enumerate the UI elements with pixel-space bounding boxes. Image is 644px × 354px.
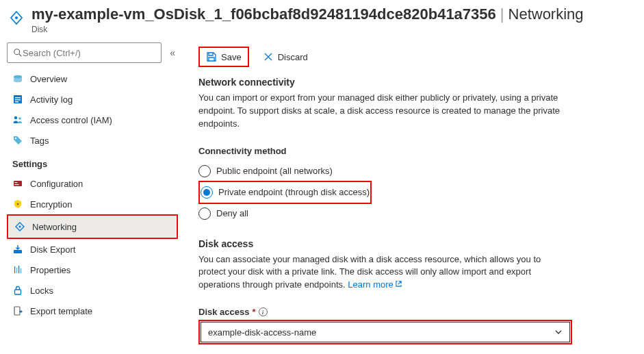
sidebar-item-locks[interactable]: Locks [7,280,178,301]
diskexport-icon [12,244,23,255]
page-title: my-example-vm_OsDisk_1_f06bcbaf8d9248119… [31,5,636,23]
svg-rect-13 [15,184,19,185]
sidebar-item-activity-log[interactable]: Activity log [7,89,178,110]
sidebar-item-configuration[interactable]: Configuration [7,173,178,194]
network-connectivity-title: Network connectivity [198,77,630,88]
svg-rect-11 [14,181,22,186]
sidebar-item-label: Disk Export [30,244,75,255]
svg-rect-5 [15,97,21,98]
svg-rect-22 [14,307,20,315]
collapse-sidebar-button[interactable]: « [167,45,178,61]
sidebar: « OverviewActivity logAccess control (IA… [0,37,185,350]
disk-access-select[interactable]: example-disk-access-name [201,322,570,342]
disk-access-field-label: Disk access * i [198,307,630,317]
sidebar-item-networking[interactable]: Networking [9,216,176,237]
settings-section-header: Settings [7,151,178,173]
disk-resource-icon [8,10,25,26]
search-icon [13,48,23,58]
radio-label: Private endpoint (through disk access) [218,187,370,197]
svg-point-1 [14,49,20,55]
main-content: Save Discard Network connectivity You ca… [185,37,644,350]
svg-rect-20 [21,268,21,273]
svg-rect-18 [16,268,17,273]
required-indicator: * [252,307,255,317]
svg-rect-12 [15,182,18,183]
sidebar-item-label: Export template [30,306,92,316]
svg-point-8 [14,116,17,119]
config-icon [12,178,23,189]
sidebar-item-overview[interactable]: Overview [7,68,178,89]
sidebar-item-label: Encryption [30,199,72,210]
sidebar-item-label: Tags [30,136,49,146]
sidebar-item-label: Configuration [30,179,83,189]
sidebar-item-export-template[interactable]: Export template [7,301,178,321]
svg-point-9 [18,117,21,120]
connectivity-option-public-endpoint-all-networks[interactable]: Public endpoint (all networks) [198,162,630,181]
svg-line-2 [19,54,22,57]
sidebar-item-properties[interactable]: Properties [7,260,178,280]
svg-rect-7 [15,101,18,102]
sidebar-item-tags[interactable]: Tags [7,130,178,151]
disk-access-title: Disk access [198,238,630,249]
tags-icon [12,135,23,146]
save-button[interactable]: Save [201,49,247,65]
discard-icon [263,51,274,62]
disk-access-desc: You can associate your managed disk with… [198,253,568,292]
connectivity-option-private-endpoint-through-disk-access[interactable]: Private endpoint (through disk access) [201,183,370,202]
learn-more-link[interactable]: Learn more [348,279,402,290]
save-icon [206,51,217,62]
sidebar-item-label: Access control (IAM) [30,115,112,125]
radio-button-icon [201,186,213,199]
radio-label: Public endpoint (all networks) [216,166,333,176]
sidebar-item-access-control-iam-[interactable]: Access control (IAM) [7,110,178,130]
properties-icon [12,264,23,275]
sidebar-item-disk-export[interactable]: Disk Export [7,239,178,260]
connectivity-method-label: Connectivity method [198,146,630,156]
discard-button[interactable]: Discard [257,49,313,65]
sidebar-item-label: Activity log [30,94,73,105]
svg-rect-19 [18,266,19,273]
activitylog-icon [12,94,23,105]
encryption-icon [12,199,23,210]
networking-icon [14,221,25,232]
connectivity-method-radiogroup: Public endpoint (all networks)Private en… [198,162,630,223]
sidebar-item-label: Overview [30,74,67,84]
svg-point-0 [15,16,18,19]
chevron-down-icon [554,328,563,336]
exporttemplate-icon [12,305,23,316]
overview-icon [12,73,23,84]
svg-rect-21 [15,290,21,294]
network-connectivity-desc: You can import or export from your manag… [198,92,568,131]
svg-rect-16 [14,250,22,253]
radio-label: Deny all [216,208,248,218]
sidebar-search[interactable] [7,42,162,63]
svg-rect-6 [15,99,21,100]
locks-icon [12,285,23,296]
radio-button-icon [198,207,211,220]
connectivity-option-deny-all[interactable]: Deny all [198,204,630,223]
external-link-icon [395,279,402,292]
search-input[interactable] [23,48,155,58]
sidebar-item-label: Properties [30,265,70,275]
svg-point-10 [15,138,16,139]
svg-rect-17 [14,266,15,273]
svg-point-15 [19,226,21,228]
toolbar: Save Discard [198,42,630,77]
resource-type-label: Disk [31,25,636,34]
sidebar-item-label: Locks [30,286,53,296]
info-icon[interactable]: i [259,307,268,316]
svg-point-14 [17,203,19,205]
sidebar-item-label: Networking [32,222,77,232]
radio-button-icon [198,165,211,177]
iam-icon [12,114,23,125]
sidebar-item-encryption[interactable]: Encryption [7,194,178,214]
